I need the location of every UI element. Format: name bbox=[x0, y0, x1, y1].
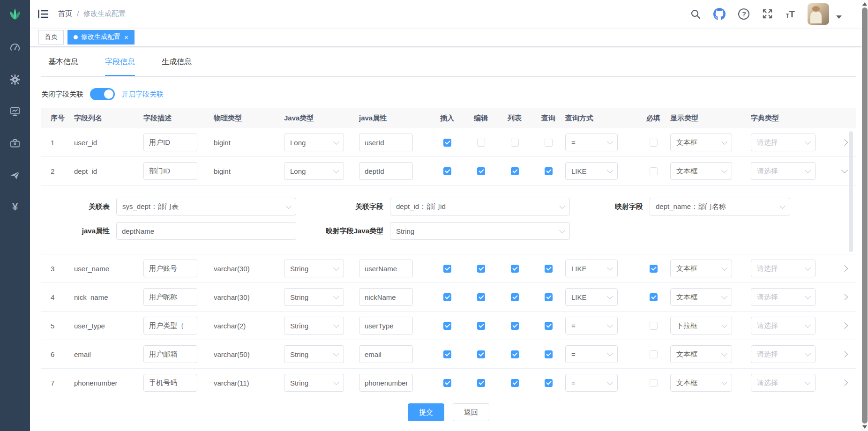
java_type-select[interactable]: Long bbox=[284, 134, 344, 151]
java_field-input[interactable] bbox=[359, 134, 413, 151]
user-avatar[interactable] bbox=[808, 3, 829, 25]
tag-close-icon[interactable]: × bbox=[124, 34, 128, 41]
html_type-select[interactable]: 文本框 bbox=[670, 162, 732, 180]
required-checkbox[interactable] bbox=[650, 350, 658, 358]
query-checkbox[interactable] bbox=[545, 379, 553, 387]
java_type-select[interactable]: String bbox=[284, 260, 344, 277]
row-expand-arrow-icon[interactable] bbox=[841, 322, 848, 329]
query_type-select[interactable]: = bbox=[565, 134, 618, 151]
query-checkbox[interactable] bbox=[545, 265, 553, 273]
row-expand-arrow-icon[interactable] bbox=[841, 294, 848, 300]
edit-checkbox[interactable] bbox=[477, 265, 485, 273]
insert-checkbox[interactable] bbox=[443, 265, 451, 273]
query-checkbox[interactable] bbox=[545, 139, 553, 147]
java_field-input[interactable] bbox=[359, 345, 413, 363]
list-checkbox[interactable] bbox=[511, 293, 519, 301]
required-checkbox[interactable] bbox=[650, 139, 658, 147]
dict_type-select[interactable]: 请选择 bbox=[751, 134, 816, 151]
dict_type-select[interactable]: 请选择 bbox=[751, 162, 816, 180]
comment-input[interactable] bbox=[143, 134, 197, 151]
dict_type-select[interactable]: 请选择 bbox=[751, 317, 816, 334]
html_type-select[interactable]: 文本框 bbox=[670, 260, 732, 277]
required-checkbox[interactable] bbox=[650, 379, 658, 387]
required-checkbox[interactable] bbox=[650, 322, 658, 330]
required-checkbox[interactable] bbox=[650, 293, 658, 301]
java_type-select[interactable]: String bbox=[284, 288, 344, 306]
insert-checkbox[interactable] bbox=[443, 350, 451, 358]
insert-checkbox[interactable] bbox=[443, 379, 451, 387]
java_field-input[interactable] bbox=[359, 260, 413, 277]
row-expand-arrow-icon[interactable] bbox=[841, 139, 848, 146]
query_type-select[interactable]: = bbox=[565, 317, 618, 334]
map-java-type-select[interactable]: String bbox=[390, 222, 570, 240]
query-checkbox[interactable] bbox=[545, 293, 553, 301]
html_type-select[interactable]: 文本框 bbox=[670, 374, 732, 392]
row-expand-arrow-icon[interactable] bbox=[841, 351, 848, 357]
java_field-input[interactable] bbox=[359, 162, 413, 180]
list-checkbox[interactable] bbox=[511, 350, 519, 358]
query-checkbox[interactable] bbox=[545, 167, 553, 175]
edit-checkbox[interactable] bbox=[477, 139, 485, 147]
query_type-select[interactable]: LIKE bbox=[565, 288, 618, 306]
query_type-select[interactable]: LIKE bbox=[565, 162, 618, 180]
insert-checkbox[interactable] bbox=[443, 322, 451, 330]
insert-checkbox[interactable] bbox=[443, 293, 451, 301]
help-button[interactable]: ? bbox=[738, 8, 749, 20]
tab-field-info[interactable]: 字段信息 bbox=[105, 57, 135, 76]
java_field-input[interactable] bbox=[359, 317, 413, 334]
java-attr-input[interactable] bbox=[116, 222, 296, 240]
edit-checkbox[interactable] bbox=[477, 167, 485, 175]
map-field-select[interactable]: dept_name：部门名称 bbox=[650, 198, 790, 216]
submit-button[interactable]: 提交 bbox=[408, 403, 444, 421]
avatar-dropdown-caret[interactable] bbox=[836, 15, 842, 19]
java_type-select[interactable]: String bbox=[284, 345, 344, 363]
edit-checkbox[interactable] bbox=[477, 379, 485, 387]
comment-input[interactable] bbox=[143, 162, 197, 180]
sidebar-item-monitor[interactable] bbox=[0, 96, 30, 127]
query-checkbox[interactable] bbox=[545, 322, 553, 330]
sidebar-item-dashboard[interactable] bbox=[0, 32, 30, 64]
back-button[interactable]: 返回 bbox=[453, 403, 489, 421]
edit-checkbox[interactable] bbox=[477, 322, 485, 330]
sidebar-item-system[interactable] bbox=[0, 64, 30, 96]
relation-switch[interactable] bbox=[90, 88, 115, 100]
window-scrollbar-thumb[interactable] bbox=[862, 7, 868, 424]
list-checkbox[interactable] bbox=[511, 265, 519, 273]
sidebar-item-pay[interactable]: ¥ bbox=[0, 191, 30, 223]
list-checkbox[interactable] bbox=[511, 379, 519, 387]
edit-checkbox[interactable] bbox=[477, 293, 485, 301]
query-checkbox[interactable] bbox=[545, 350, 553, 358]
list-checkbox[interactable] bbox=[511, 167, 519, 175]
java_type-select[interactable]: String bbox=[284, 374, 344, 392]
table-scrollbar-thumb[interactable] bbox=[849, 131, 853, 252]
font-size-button[interactable]: TT bbox=[786, 9, 795, 19]
sidebar-item-tool[interactable] bbox=[0, 127, 30, 159]
dict_type-select[interactable]: 请选择 bbox=[751, 374, 816, 392]
insert-checkbox[interactable] bbox=[443, 167, 451, 175]
html_type-select[interactable]: 文本框 bbox=[670, 345, 732, 363]
tab-basic-info[interactable]: 基本信息 bbox=[48, 57, 78, 76]
tab-gen-info[interactable]: 生成信息 bbox=[162, 57, 192, 76]
tag-home[interactable]: 首页 bbox=[38, 30, 64, 45]
github-link[interactable] bbox=[713, 8, 726, 20]
html_type-select[interactable]: 文本框 bbox=[670, 134, 732, 151]
comment-input[interactable] bbox=[143, 260, 197, 277]
dict_type-select[interactable]: 请选择 bbox=[751, 288, 816, 306]
java_type-select[interactable]: Long bbox=[284, 162, 344, 180]
tag-active-page[interactable]: 修改生成配置 × bbox=[67, 30, 135, 45]
dict_type-select[interactable]: 请选择 bbox=[751, 260, 816, 277]
edit-checkbox[interactable] bbox=[477, 350, 485, 358]
html_type-select[interactable]: 下拉框 bbox=[670, 317, 732, 334]
app-logo[interactable] bbox=[0, 0, 30, 28]
sidebar-item-guide[interactable] bbox=[0, 159, 30, 191]
row-expand-arrow-icon[interactable] bbox=[841, 265, 848, 272]
rel-table-select[interactable]: sys_dept：部门表 bbox=[116, 198, 296, 216]
java_field-input[interactable] bbox=[359, 374, 413, 392]
comment-input[interactable] bbox=[143, 288, 197, 306]
html_type-select[interactable]: 文本框 bbox=[670, 288, 732, 306]
query_type-select[interactable]: LIKE bbox=[565, 260, 618, 277]
rel-field-select[interactable]: dept_id：部门id bbox=[390, 198, 570, 216]
java_type-select[interactable]: String bbox=[284, 317, 344, 334]
required-checkbox[interactable] bbox=[650, 167, 658, 175]
comment-input[interactable] bbox=[143, 374, 197, 392]
